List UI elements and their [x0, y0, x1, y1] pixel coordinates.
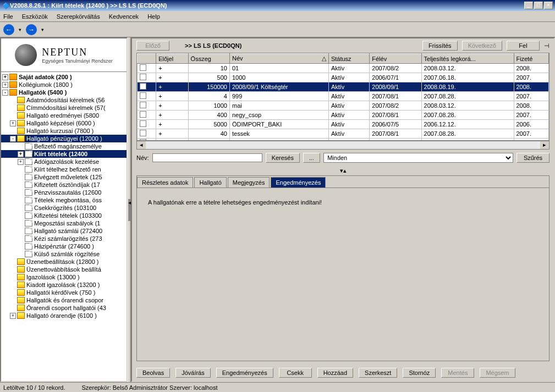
table-row[interactable]: +40tessekAktív2007/08/12007.08.28.2007.: [138, 129, 549, 139]
tab[interactable]: Részletes adatok: [137, 177, 193, 187]
col-header[interactable]: Előjel: [156, 54, 188, 64]
tree-item[interactable]: Üzenettovábbítások beállítá: [1, 266, 127, 273]
back-button[interactable]: ←: [3, 24, 14, 35]
action-beolvas[interactable]: Beolvas: [136, 368, 170, 378]
tab[interactable]: Hallgató: [194, 177, 226, 187]
tree-item[interactable]: Hallgató kurzusai (7800 ): [1, 127, 127, 135]
splitter-handle[interactable]: ◂: [128, 199, 130, 221]
action-hozzáad[interactable]: Hozzáad: [317, 368, 353, 378]
refresh-button[interactable]: Frissítés: [422, 41, 458, 51]
expand-icon[interactable]: -: [2, 90, 8, 96]
table-row[interactable]: +4999Aktív2007/08/12007.08.28.2007.: [138, 92, 549, 101]
tree-item[interactable]: Órarendi csoport hallgatói (43: [1, 304, 127, 312]
expand-icon[interactable]: +: [18, 151, 24, 157]
tree-item[interactable]: -Hallgatók (5400 ): [1, 89, 127, 96]
search-more-button[interactable]: ...: [303, 153, 320, 163]
tree-item[interactable]: +Saját adatok (200 ): [1, 73, 127, 81]
menu-help[interactable]: Help: [147, 13, 160, 20]
tree-item[interactable]: Üzenetbeállítások (12800 ): [1, 258, 127, 266]
tree-item[interactable]: -Hallgató pénzügyei (12000 ): [1, 135, 127, 142]
up-button[interactable]: Fel: [507, 41, 540, 51]
h-scrollbar[interactable]: ◂ ▸: [136, 141, 549, 150]
tree-item[interactable]: Kifizetési tételek (103300: [1, 212, 127, 219]
row-checkbox[interactable]: [140, 130, 146, 136]
row-checkbox[interactable]: [140, 139, 146, 141]
scroll-left-icon[interactable]: ◂: [137, 141, 146, 149]
table-row[interactable]: +1000maiAktív2007/08/22008.03.12.2008.: [138, 101, 549, 111]
row-checkbox[interactable]: [140, 92, 146, 99]
col-header[interactable]: Félév: [370, 54, 421, 64]
scroll-track[interactable]: [146, 141, 540, 149]
tree-item[interactable]: Hallgató eredményei (5800: [1, 112, 127, 119]
table-row[interactable]: +1001Aktív2007/08/22008.03.12.2008.: [138, 64, 549, 73]
row-checkbox[interactable]: [140, 83, 146, 90]
action-mentés[interactable]: Mentés: [441, 368, 474, 378]
tree-item[interactable]: Kiadott igazolások (13200 ): [1, 281, 127, 289]
search-button[interactable]: Keresés: [266, 153, 300, 163]
search-input[interactable]: [152, 153, 262, 162]
tree-item[interactable]: Hallgatók és órarendi csopor: [1, 296, 127, 304]
tree-view[interactable]: +Saját adatok (200 )+Kollégiumok (1800 )…: [1, 72, 127, 381]
tree-item[interactable]: Befizető magánszemélye: [1, 142, 127, 150]
forward-dropdown-icon[interactable]: ▾: [41, 27, 44, 32]
prev-button[interactable]: Előző: [136, 41, 169, 51]
tree-item[interactable]: Tételek megbontása, öss: [1, 196, 127, 204]
col-header[interactable]: Státusz: [328, 54, 369, 64]
row-checkbox[interactable]: [140, 102, 146, 108]
col-header[interactable]: Név △: [229, 54, 328, 64]
action-csekk[interactable]: Csekk: [279, 368, 312, 378]
row-checkbox[interactable]: [140, 64, 146, 71]
table-row[interactable]: +1500002008/09/1 KöltségtérAktív2008/09/…: [138, 82, 549, 92]
tree-item[interactable]: Külső számlák rögzítése: [1, 250, 127, 258]
back-dropdown-icon[interactable]: ▾: [19, 27, 21, 32]
table-row[interactable]: +5000ÖDIMPORT_BAKIAktív2006/07/52006.12.…: [138, 120, 549, 129]
tree-item[interactable]: Hallgatói kérdőívek (750 ): [1, 289, 127, 296]
forward-button[interactable]: →: [26, 24, 37, 35]
tree-item[interactable]: Adatmódosítási kérelmek (56: [1, 96, 127, 104]
expand-icon[interactable]: +: [2, 82, 8, 88]
action-jóváírás[interactable]: Jóváírás: [175, 368, 211, 378]
expand-icon[interactable]: +: [2, 74, 8, 80]
pin-icon[interactable]: ⊣: [544, 42, 549, 49]
tree-item[interactable]: Igazolások (13000 ): [1, 273, 127, 281]
action-stornóz[interactable]: Stornóz: [403, 368, 436, 378]
menu-file[interactable]: File: [3, 13, 13, 20]
tree-item[interactable]: +Adóigazolások kezelése: [1, 158, 127, 165]
tree-item[interactable]: +Kiírt tételek (12400: [1, 150, 127, 158]
menu-favorites[interactable]: Kedvencek: [109, 13, 139, 20]
row-checkbox[interactable]: [140, 74, 146, 80]
filter-button[interactable]: Szűrés: [516, 153, 549, 163]
tree-item[interactable]: Kiírt tételhez befizető ren: [1, 165, 127, 173]
tab[interactable]: Engedményezés: [271, 177, 326, 187]
tab[interactable]: Megjegyzés: [228, 177, 270, 187]
grid[interactable]: ElőjelÖsszegNév △StátuszFélévTeljesítés …: [136, 53, 549, 141]
tree-item[interactable]: Címmódosítási kérelmek (57(: [1, 104, 127, 112]
tree-item[interactable]: Megosztási szabályok (1: [1, 219, 127, 227]
tree-item[interactable]: Kifizetett ösztöndíjak (17: [1, 181, 127, 189]
row-checkbox[interactable]: [140, 120, 146, 127]
col-header[interactable]: Fizeté: [514, 54, 549, 64]
close-button[interactable]: ×: [544, 2, 553, 9]
action-szerkeszt[interactable]: Szerkeszt: [359, 368, 397, 378]
filter-dropdown[interactable]: Minden: [323, 153, 513, 163]
row-checkbox[interactable]: [140, 111, 146, 118]
col-header[interactable]: [138, 54, 156, 64]
col-header[interactable]: Teljesítés legkorá...: [421, 54, 514, 64]
action-mégsem[interactable]: Mégsem: [480, 368, 515, 378]
scroll-right-icon[interactable]: ▸: [540, 141, 549, 149]
maximize-button[interactable]: □: [534, 2, 543, 9]
table-row[interactable]: +400negy_csopAktív2007/08/12007.08.28.20…: [138, 111, 549, 120]
expand-icon[interactable]: +: [10, 313, 16, 319]
collapse-panel-icon[interactable]: ▾▴: [132, 166, 554, 175]
tree-item[interactable]: Kézi számlarögzítés (273: [1, 235, 127, 242]
menu-tools[interactable]: Eszközök: [22, 13, 48, 20]
tree-item[interactable]: Csekkrögzítés (103100: [1, 204, 127, 212]
tree-item[interactable]: +Hallgató képzései (6000 ): [1, 119, 127, 127]
col-header[interactable]: Összeg: [188, 54, 229, 64]
tree-item[interactable]: Pénzvisszautalás (12600: [1, 189, 127, 196]
tree-item[interactable]: +Kollégiumok (1800 ): [1, 81, 127, 89]
minimize-button[interactable]: _: [524, 2, 533, 9]
tree-item[interactable]: Hallgató számlái (272400: [1, 227, 127, 235]
expand-icon[interactable]: +: [18, 159, 24, 165]
expand-icon[interactable]: +: [10, 120, 16, 126]
